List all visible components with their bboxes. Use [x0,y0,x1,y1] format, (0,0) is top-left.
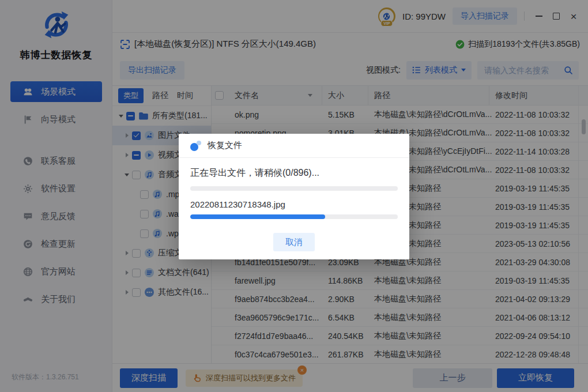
cancel-button[interactable]: 取消 [273,233,315,251]
dialog-header: 恢复文件 [179,134,409,158]
app-window: 韩博士数据恢复 场景模式 向导模式 联系客服 [0,0,588,392]
loading-spinner-icon [190,141,202,151]
dialog-title: 恢复文件 [208,140,242,151]
recover-files-dialog: 恢复文件 正在导出文件，请稍候(0/896)... 20220811230718… [179,134,409,259]
file-progress-bar [190,214,398,219]
file-progress-fill [190,214,325,219]
overall-progress-bar [190,186,398,191]
export-status-text: 正在导出文件，请稍候(0/896)... [190,167,398,179]
current-file-name: 20220811230718348.jpg [190,199,398,209]
dialog-body: 正在导出文件，请稍候(0/896)... 20220811230718348.j… [179,158,409,251]
